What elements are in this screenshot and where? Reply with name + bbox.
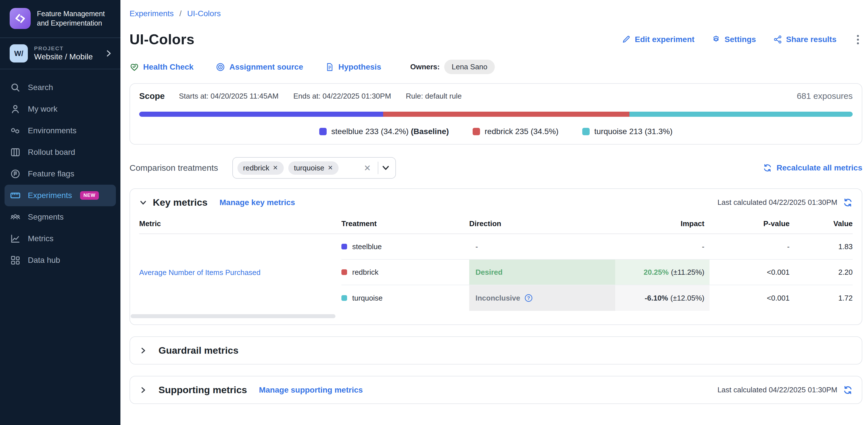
treatment-swatch (341, 295, 347, 301)
sidebar-item-label: Environments (28, 126, 76, 135)
sidebar-item-experiments[interactable]: Experiments NEW (4, 185, 116, 206)
pencil-icon (622, 35, 631, 44)
exposure-bar-segment-turquoise (629, 112, 852, 117)
comparison-treatments-label: Comparison treatments (129, 163, 218, 173)
sidebar-item-search[interactable]: Search (4, 77, 116, 98)
chip-redbrick[interactable]: redbrick✕ (238, 161, 284, 175)
impact-cell: - (615, 234, 710, 259)
expand-guardrail-metrics-icon[interactable] (139, 346, 147, 355)
metric-name-cell: Average Number of Items Purchased (139, 234, 341, 311)
metric-link[interactable]: Average Number of Items Purchased (139, 268, 260, 277)
sidebar-item-label: My work (28, 104, 57, 114)
chevron-right-icon (104, 50, 113, 57)
expand-supporting-metrics-icon[interactable] (139, 386, 147, 394)
collapse-key-metrics-icon[interactable] (139, 199, 147, 207)
main-content: Experiments / UI-Colors UI-Colors Edit e… (120, 0, 868, 425)
manage-supporting-metrics-link[interactable]: Manage supporting metrics (259, 386, 363, 395)
settings-button[interactable]: Settings (712, 35, 756, 44)
app-logo-row[interactable]: Feature Management and Experimentation (0, 0, 120, 37)
key-metrics-table: Metric Treatment Direction Impact P-valu… (139, 214, 852, 319)
settings-label: Settings (724, 35, 756, 44)
refresh-icon (763, 163, 772, 173)
refresh-supporting-metrics-button[interactable] (843, 385, 852, 395)
p-value-cell: - (710, 234, 802, 259)
sidebar-item-data-hub[interactable]: Data hub (4, 249, 116, 271)
sidebar-item-my-work[interactable]: My work (4, 98, 116, 120)
assignment-source-link[interactable]: Assignment source (216, 62, 303, 72)
scope-starts-at: Starts at: 04/20/2025 11:45AM (179, 92, 279, 100)
guardrail-metrics-card: Guardrail metrics (129, 336, 862, 364)
share-results-button[interactable]: Share results (773, 35, 836, 44)
chip-turquoise[interactable]: turquoise✕ (288, 161, 339, 175)
breadcrumb: Experiments / UI-Colors (129, 9, 862, 18)
exposure-bar-segment-steelblue (139, 112, 383, 117)
app-window: Feature Management and Experimentation W… (0, 0, 868, 425)
breadcrumb-separator: / (179, 9, 182, 18)
p-value-cell: <0.001 (710, 260, 802, 285)
comparison-row: Comparison treatments redbrick✕ turquois… (129, 157, 862, 179)
edit-experiment-button[interactable]: Edit experiment (622, 35, 694, 44)
help-icon[interactable]: ? (524, 294, 533, 302)
remove-chip-icon[interactable]: ✕ (273, 164, 278, 172)
treatment-swatch (341, 244, 347, 249)
key-metrics-last-calculated: Last calculated 04/22/2025 01:30PM (717, 198, 837, 207)
legend-item-turquoise: turquoise 213 (31.3%) (582, 127, 673, 136)
col-p-value: P-value (710, 219, 802, 228)
people-icon (10, 211, 21, 223)
app-logo-icon (10, 8, 31, 29)
direction-label: Inconclusive (475, 294, 520, 303)
col-metric: Metric (139, 219, 341, 228)
sidebar-item-segments[interactable]: Segments (4, 206, 116, 228)
impact-cell: -6.10%(±12.05%) (615, 285, 710, 311)
hypothesis-label: Hypothesis (338, 62, 381, 71)
p-value-cell: <0.001 (710, 285, 802, 311)
sidebar-item-label: Rollout board (28, 148, 75, 157)
sidebar-item-label: Search (28, 83, 53, 92)
direction-cell: - (469, 234, 615, 259)
sidebar-item-metrics[interactable]: Metrics (4, 228, 116, 249)
sidebar-item-environments[interactable]: Environments (4, 120, 116, 142)
owner-chip[interactable]: Lena Sano (444, 60, 495, 74)
sidebar-item-label: Segments (28, 212, 64, 221)
svg-text:?: ? (527, 296, 530, 301)
scrollbar-thumb[interactable] (131, 314, 336, 318)
project-name: Website / Mobile (34, 52, 98, 61)
clear-all-icon[interactable]: ✕ (361, 163, 374, 173)
hypothesis-link[interactable]: Hypothesis (325, 62, 381, 71)
scope-title: Scope (139, 91, 165, 101)
project-switcher[interactable]: W/ PROJECT Website / Mobile (0, 38, 120, 69)
owners-label: Owners: (410, 62, 440, 71)
direction-cell: Inconclusive ? (469, 285, 615, 311)
project-label: PROJECT (34, 45, 98, 52)
chevron-down-icon[interactable] (382, 164, 390, 172)
sidebar-item-rollout-board[interactable]: Rollout board (4, 142, 116, 163)
table-row-redbrick: redbrick Desired 20.25%(±11.25%) <0.001 … (341, 260, 852, 285)
gear-icon (712, 35, 721, 44)
remove-chip-icon[interactable]: ✕ (328, 164, 333, 172)
horizontal-scrollbar (130, 314, 862, 319)
scope-rule: Rule: default rule (406, 92, 462, 100)
sidebar: Feature Management and Experimentation W… (0, 0, 120, 425)
health-check-link[interactable]: Health Check (129, 62, 193, 72)
heart-check-icon (129, 62, 139, 72)
experiment-meta-row: Health Check Assignment source Hypothesi… (129, 60, 862, 74)
more-options-button[interactable] (854, 33, 862, 47)
recalculate-label: Recalculate all metrics (777, 163, 862, 173)
breadcrumb-current-link[interactable]: UI-Colors (187, 9, 221, 18)
ruler-icon (10, 190, 21, 201)
app-title: Feature Management and Experimentation (37, 9, 111, 28)
sidebar-item-feature-flags[interactable]: Feature flags (4, 163, 116, 185)
manage-key-metrics-link[interactable]: Manage key metrics (220, 198, 295, 207)
breadcrumb-experiments-link[interactable]: Experiments (129, 9, 174, 18)
share-icon (773, 35, 782, 44)
sidebar-item-label: Metrics (28, 234, 53, 243)
treatment-name: redbrick (352, 268, 378, 277)
assignment-source-label: Assignment source (229, 62, 303, 71)
recalculate-all-metrics-button[interactable]: Recalculate all metrics (763, 163, 862, 173)
legend-item-steelblue: steelblue 233 (34.2%) (Baseline) (319, 127, 449, 136)
refresh-key-metrics-button[interactable] (843, 198, 852, 207)
col-treatment: Treatment (341, 219, 469, 228)
treatments-multiselect[interactable]: redbrick✕ turquoise✕ ✕ (232, 157, 396, 179)
header-actions: Edit experiment Settings Share results (622, 33, 862, 47)
refresh-icon (843, 385, 852, 395)
